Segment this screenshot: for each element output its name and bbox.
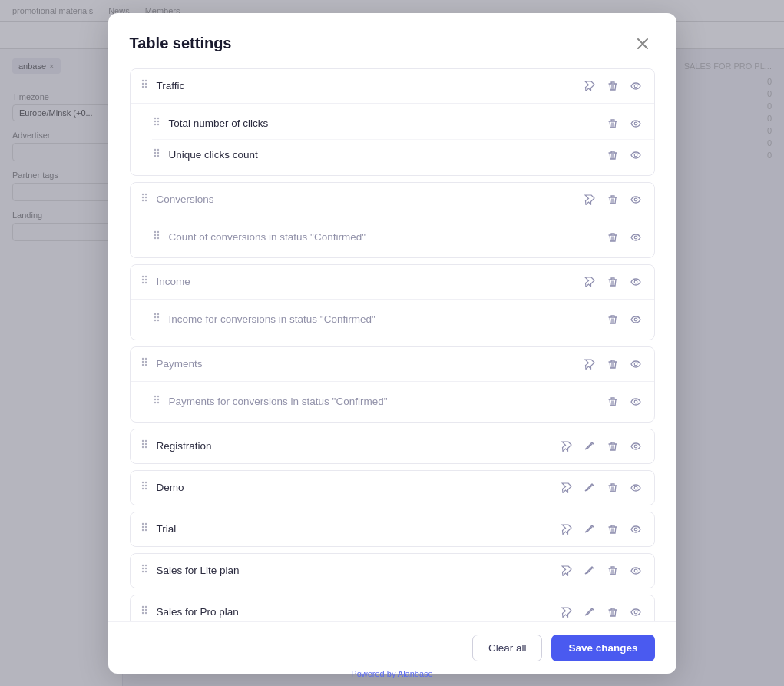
save-changes-button[interactable]: Save changes bbox=[551, 635, 654, 661]
svg-point-61 bbox=[157, 402, 158, 403]
eye-icon[interactable] bbox=[627, 146, 645, 164]
eye-icon[interactable] bbox=[627, 437, 645, 456]
section-label-sales-pro: Sales for Pro plan bbox=[157, 606, 551, 618]
eye-icon[interactable] bbox=[627, 562, 645, 580]
svg-point-93 bbox=[141, 612, 143, 614]
pin-icon[interactable] bbox=[557, 437, 576, 456]
svg-point-18 bbox=[157, 152, 158, 154]
pin-icon[interactable] bbox=[581, 273, 599, 291]
eye-icon[interactable] bbox=[627, 114, 645, 133]
delete-icon[interactable] bbox=[604, 114, 622, 133]
section-actions-registration bbox=[557, 437, 645, 456]
eye-icon[interactable] bbox=[627, 191, 645, 209]
pin-icon[interactable] bbox=[557, 603, 576, 621]
svg-point-95 bbox=[144, 609, 146, 611]
drag-handle[interactable] bbox=[152, 230, 163, 244]
delete-icon[interactable] bbox=[604, 355, 622, 373]
svg-point-79 bbox=[141, 529, 143, 531]
section-header-income: Income bbox=[131, 265, 654, 300]
pin-icon[interactable] bbox=[557, 562, 576, 580]
eye-icon[interactable] bbox=[627, 603, 645, 621]
modal-footer: Clear all Save changes bbox=[108, 621, 676, 674]
eye-icon[interactable] bbox=[627, 310, 645, 329]
eye-icon[interactable] bbox=[627, 228, 645, 247]
edit-icon[interactable] bbox=[581, 520, 599, 539]
eye-icon[interactable] bbox=[627, 479, 645, 497]
drag-handle[interactable] bbox=[140, 439, 151, 452]
edit-icon[interactable] bbox=[581, 562, 599, 580]
modal-dialog: Table settings TrafficTotal number of cl… bbox=[108, 13, 676, 674]
drag-handle[interactable] bbox=[140, 79, 151, 92]
close-icon bbox=[637, 38, 648, 49]
edit-icon[interactable] bbox=[581, 437, 599, 456]
eye-icon[interactable] bbox=[627, 355, 645, 373]
drag-handle[interactable] bbox=[140, 481, 151, 494]
delete-icon[interactable] bbox=[604, 603, 622, 621]
child-row-income-confirmed: Income for conversions in status "Confir… bbox=[152, 304, 654, 335]
edit-icon[interactable] bbox=[581, 603, 599, 621]
svg-point-11 bbox=[157, 121, 158, 122]
delete-icon[interactable] bbox=[604, 310, 622, 329]
svg-point-88 bbox=[144, 568, 146, 569]
powered-by: Powered by Alanbase bbox=[351, 669, 432, 678]
delete-icon[interactable] bbox=[604, 191, 622, 209]
child-row-total-clicks: Total number of clicks bbox=[152, 108, 654, 140]
pin-icon[interactable] bbox=[581, 355, 599, 373]
pin-icon[interactable] bbox=[581, 77, 599, 95]
section-header-conversions: Conversions bbox=[131, 183, 654, 217]
svg-point-33 bbox=[157, 237, 158, 239]
svg-point-3 bbox=[144, 80, 146, 81]
svg-point-84 bbox=[141, 565, 143, 566]
delete-icon[interactable] bbox=[604, 146, 622, 164]
drag-handle[interactable] bbox=[152, 148, 163, 161]
child-row-conversions-confirmed: Count of conversions in status "Confirme… bbox=[152, 222, 654, 253]
delete-icon[interactable] bbox=[604, 479, 622, 497]
svg-point-13 bbox=[634, 122, 637, 125]
svg-point-6 bbox=[634, 85, 637, 88]
child-label-payments-confirmed: Payments for conversions in status "Conf… bbox=[169, 396, 597, 407]
eye-icon[interactable] bbox=[627, 520, 645, 539]
eye-icon[interactable] bbox=[627, 77, 645, 95]
svg-point-41 bbox=[634, 280, 637, 283]
delete-icon[interactable] bbox=[604, 520, 622, 539]
pin-icon[interactable] bbox=[581, 191, 599, 209]
svg-point-9 bbox=[154, 124, 155, 125]
eye-icon[interactable] bbox=[627, 273, 645, 291]
section-actions-conversions bbox=[581, 191, 645, 209]
delete-icon[interactable] bbox=[604, 562, 622, 580]
clear-all-button[interactable]: Clear all bbox=[472, 635, 543, 661]
section-label-payments: Payments bbox=[157, 358, 574, 370]
svg-point-78 bbox=[141, 526, 143, 528]
svg-point-82 bbox=[144, 529, 146, 531]
modal-close-button[interactable] bbox=[630, 31, 655, 56]
delete-icon[interactable] bbox=[604, 273, 622, 291]
section-trial: Trial bbox=[130, 512, 655, 547]
drag-handle[interactable] bbox=[140, 275, 151, 288]
drag-handle[interactable] bbox=[140, 564, 151, 577]
section-actions-trial bbox=[557, 520, 645, 539]
svg-point-54 bbox=[144, 364, 146, 366]
svg-point-49 bbox=[141, 358, 143, 360]
delete-icon[interactable] bbox=[604, 393, 622, 411]
drag-handle[interactable] bbox=[152, 395, 163, 408]
delete-icon[interactable] bbox=[604, 228, 622, 247]
delete-icon[interactable] bbox=[604, 437, 622, 456]
delete-icon[interactable] bbox=[604, 77, 622, 95]
eye-icon[interactable] bbox=[627, 393, 645, 411]
section-label-traffic: Traffic bbox=[157, 80, 574, 91]
svg-point-58 bbox=[154, 402, 155, 403]
pin-icon[interactable] bbox=[557, 520, 576, 539]
drag-handle[interactable] bbox=[152, 313, 163, 326]
svg-point-39 bbox=[144, 279, 146, 280]
drag-handle[interactable] bbox=[152, 117, 163, 130]
drag-handle[interactable] bbox=[140, 605, 151, 618]
child-label-income-confirmed: Income for conversions in status "Confir… bbox=[169, 313, 597, 325]
edit-icon[interactable] bbox=[581, 479, 599, 497]
pin-icon[interactable] bbox=[557, 479, 576, 497]
drag-handle[interactable] bbox=[140, 357, 151, 370]
drag-handle[interactable] bbox=[140, 522, 151, 535]
drag-handle[interactable] bbox=[140, 193, 151, 206]
svg-point-21 bbox=[141, 194, 143, 195]
svg-point-68 bbox=[144, 446, 146, 448]
child-actions-unique-clicks bbox=[604, 146, 645, 164]
